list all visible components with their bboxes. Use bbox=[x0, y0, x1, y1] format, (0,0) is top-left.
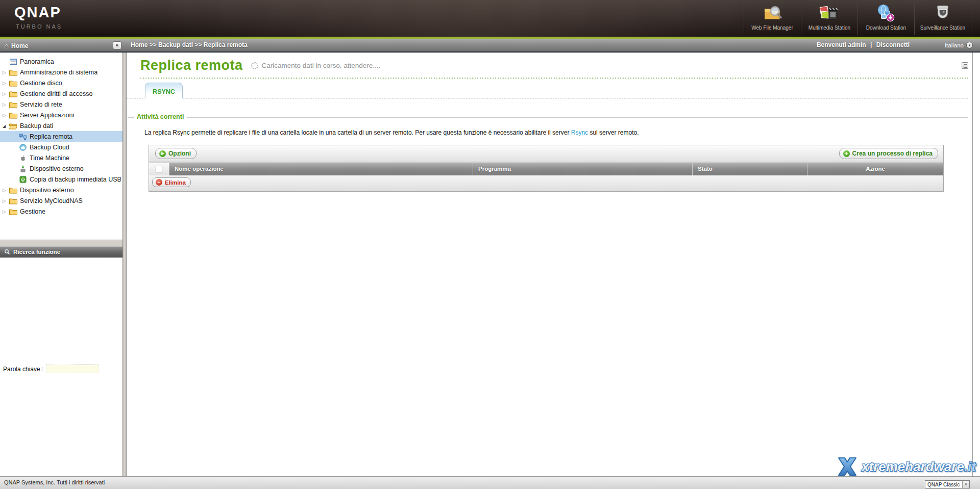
sidebar-item-label: Gestione disco bbox=[20, 80, 62, 87]
station-multimedia[interactable]: Multimedia Station bbox=[801, 2, 857, 35]
station-label: Web File Manager bbox=[744, 25, 800, 31]
dropdown-arrow-icon bbox=[962, 481, 969, 488]
sidebar-item-dispositivo-esterno[interactable]: Dispositivo esterno bbox=[0, 185, 122, 195]
jobs-toolbar: Opzioni Crea un processo di replica bbox=[149, 145, 943, 162]
qnap-admin-page: QNAP TURBO NAS Web File Manager Multimed… bbox=[0, 0, 980, 489]
watermark-x-icon bbox=[836, 456, 859, 477]
delete-button[interactable]: Elimina bbox=[152, 177, 191, 187]
sidebar-item-dispositivo-esterno-backup[interactable]: Dispositivo esterno bbox=[0, 163, 122, 174]
minus-icon bbox=[156, 179, 162, 186]
station-label: Download Station bbox=[858, 25, 914, 31]
external-device-icon bbox=[19, 165, 27, 172]
sidebar-item-replica-remota[interactable]: Replica remota bbox=[0, 131, 122, 142]
expand-arrow-icon[interactable] bbox=[3, 91, 9, 96]
dotted-separator bbox=[140, 78, 968, 79]
sidebar-item-gestione-disco[interactable]: Gestione disco bbox=[0, 78, 122, 88]
folder-icon bbox=[9, 112, 17, 119]
remote-replication-icon bbox=[19, 133, 27, 140]
expand-arrow-icon[interactable] bbox=[3, 209, 9, 214]
table-header-row: Nome operazione Programma Stato Azione bbox=[149, 162, 943, 175]
sidebar-item-copia-usb[interactable]: Copia di backup immediata USB bbox=[0, 174, 122, 185]
sidebar-item-gestione-diritti[interactable]: Gestione diritti di accesso bbox=[0, 88, 122, 99]
column-header-stato: Stato bbox=[692, 163, 807, 175]
breadcrumb: Home >> Backup dati >> Replica remota bbox=[131, 41, 248, 48]
folder-icon bbox=[9, 208, 17, 215]
plus-icon bbox=[843, 150, 850, 157]
sidebar-item-label: Backup Cloud bbox=[30, 144, 69, 151]
expand-arrow-icon[interactable] bbox=[3, 102, 9, 107]
sidebar-item-panoramica[interactable]: Panoramica bbox=[0, 56, 122, 67]
sidebar-item-label: Servizio MyCloudNAS bbox=[20, 197, 83, 204]
overview-icon bbox=[9, 58, 17, 65]
sidebar-header: Home bbox=[4, 41, 28, 50]
panel-right-border bbox=[972, 53, 973, 476]
expand-arrow-icon[interactable] bbox=[3, 188, 9, 193]
multimedia-station-icon bbox=[819, 3, 840, 24]
folder-icon bbox=[9, 90, 17, 97]
station-web-file-manager[interactable]: Web File Manager bbox=[744, 2, 800, 35]
options-button[interactable]: Opzioni bbox=[155, 148, 197, 159]
session-area: Benvenuti admin | Disconnetti bbox=[817, 41, 910, 48]
divider bbox=[971, 2, 971, 35]
sidebar-item-backup-dati[interactable]: Backup dati bbox=[0, 120, 122, 131]
keyword-label: Parola chiave : bbox=[3, 366, 43, 373]
rsync-link[interactable]: Rsync bbox=[571, 129, 588, 136]
sidebar-item-server-applicazioni[interactable]: Server Applicazioni bbox=[0, 110, 122, 120]
station-label: Surveillance Station bbox=[915, 25, 971, 31]
web-file-manager-icon bbox=[762, 3, 783, 24]
cloud-backup-icon bbox=[19, 144, 27, 151]
pane-splitter[interactable] bbox=[122, 53, 127, 476]
sidebar-item-label: Time Machine bbox=[30, 155, 69, 162]
turbo-nas-label: TURBO NAS bbox=[16, 23, 62, 30]
folder-icon bbox=[9, 80, 17, 87]
expand-arrow-icon[interactable] bbox=[3, 81, 9, 86]
navigation-tree: Panoramica Amministrazione di sistema Ge… bbox=[0, 53, 122, 240]
sidebar-item-label: Copia di backup immediata USB bbox=[30, 176, 121, 183]
sidebar-item-label: Gestione diritti di accesso bbox=[20, 90, 92, 97]
folder-icon bbox=[9, 101, 17, 108]
keyword-input[interactable] bbox=[46, 365, 99, 373]
watermark-text: xtremehardware.it bbox=[862, 459, 976, 475]
tab-rsync[interactable]: RSYNC bbox=[145, 83, 183, 98]
language-selector[interactable]: Italiano bbox=[945, 42, 973, 48]
open-folder-icon bbox=[9, 122, 17, 130]
sidebar-item-label: Servizio di rete bbox=[20, 101, 62, 108]
top-bar: Home « Home >> Backup dati >> Replica re… bbox=[0, 39, 980, 53]
expand-arrow-icon[interactable] bbox=[3, 198, 9, 203]
station-surveillance[interactable]: Surveillance Station bbox=[914, 2, 971, 35]
function-search-header: Ricerca funzione bbox=[0, 246, 122, 258]
station-label: Multimedia Station bbox=[801, 25, 857, 31]
select-all-checkbox[interactable] bbox=[156, 166, 162, 172]
sidebar-item-servizio-rete[interactable]: Servizio di rete bbox=[0, 99, 122, 110]
tab-strip: RSYNC bbox=[127, 83, 968, 98]
create-replication-job-button[interactable]: Crea un processo di replica bbox=[839, 148, 938, 159]
title-row: Replica remota Caricamento dati in corso… bbox=[140, 58, 380, 73]
spinner-icon bbox=[251, 62, 258, 69]
theme-selector[interactable]: QNAP Classic bbox=[925, 480, 970, 488]
sidebar-item-gestione[interactable]: Gestione bbox=[0, 206, 122, 217]
sidebar-title: Home bbox=[11, 42, 28, 49]
sidebar-item-label: Amministrazione di sistema bbox=[20, 69, 97, 76]
sidebar-item-amministrazione[interactable]: Amministrazione di sistema bbox=[0, 67, 122, 78]
panel-corner-icon[interactable] bbox=[962, 62, 968, 69]
folder-icon bbox=[9, 187, 17, 194]
sidebar-item-label: Dispositivo esterno bbox=[30, 165, 84, 172]
current-activities-fieldset: Attività correnti bbox=[128, 117, 968, 118]
column-header-nome-operazione: Nome operazione bbox=[169, 163, 473, 175]
expand-arrow-icon[interactable] bbox=[3, 70, 9, 75]
logout-link[interactable]: Disconnetti bbox=[876, 41, 910, 48]
sidebar-item-time-machine[interactable]: Time Machine bbox=[0, 152, 122, 163]
sidebar-item-servizio-mycloudnas[interactable]: Servizio MyCloudNAS bbox=[0, 195, 122, 206]
sidebar-item-label: Server Applicazioni bbox=[20, 112, 74, 119]
collapse-arrow-icon[interactable] bbox=[3, 123, 9, 128]
sidebar-item-backup-cloud[interactable]: Backup Cloud bbox=[0, 142, 122, 152]
expand-arrow-icon[interactable] bbox=[3, 113, 9, 118]
download-station-icon bbox=[875, 3, 897, 24]
chevron-down-icon bbox=[966, 42, 973, 48]
select-all-cell bbox=[149, 163, 169, 175]
station-download[interactable]: Download Station bbox=[857, 2, 914, 35]
sidebar-item-label: Dispositivo esterno bbox=[20, 187, 74, 194]
welcome-text: Benvenuti admin bbox=[817, 41, 866, 48]
function-search-body: Parola chiave : bbox=[0, 258, 122, 476]
collapse-sidebar-button[interactable]: « bbox=[113, 41, 121, 49]
